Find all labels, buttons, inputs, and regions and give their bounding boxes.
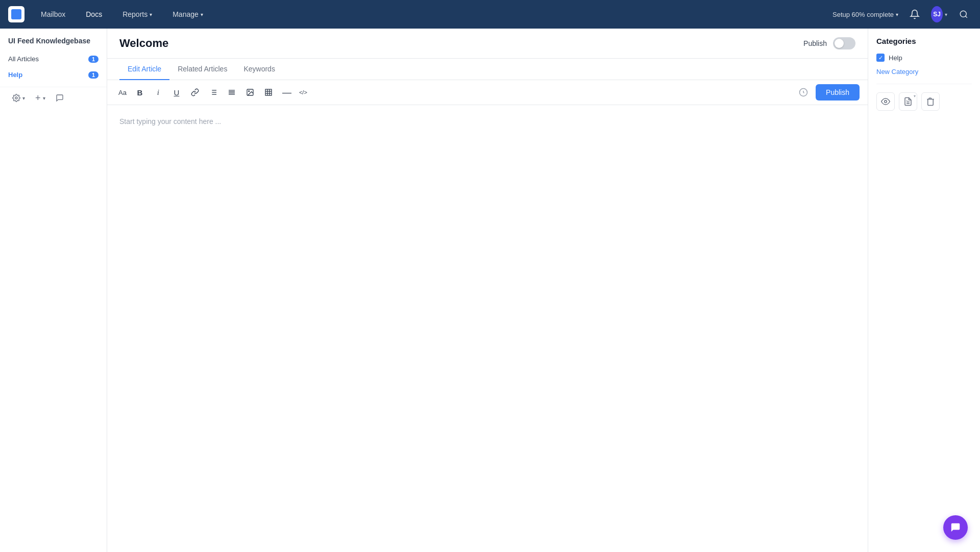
toolbar-italic-button[interactable]: i [150,84,166,101]
editor-toolbar: Aa B i U [107,80,868,105]
article-title: Welcome [119,37,168,50]
svg-point-1 [15,97,17,99]
toolbar-circle-check-button[interactable] [795,84,812,101]
account-button[interactable]: SJ ▾ [931,6,947,22]
toolbar-underline-button[interactable]: U [168,84,185,101]
export-dropdown-chevron: ▾ [914,94,916,98]
main-content: Welcome Publish Edit Article Related Art… [107,29,868,552]
tab-keywords[interactable]: Keywords [235,59,283,80]
left-sidebar: UI Feed Knowledgebase All Articles 1 Hel… [0,29,107,552]
tab-edit-article[interactable]: Edit Article [119,59,169,80]
chevron-down-icon: ▾ [896,12,898,17]
export-button[interactable]: ▾ [899,92,917,111]
help-badge: 1 [88,71,99,79]
editor-area[interactable]: Start typing your content here ... [107,105,868,552]
nav-docs[interactable]: Docs [82,8,106,20]
delete-button[interactable] [921,92,940,111]
tab-related-articles[interactable]: Related Articles [169,59,235,80]
right-sidebar-actions: ▾ [876,84,972,111]
svg-rect-14 [265,89,272,95]
setup-progress[interactable]: Setup 60% complete ▾ [832,11,898,18]
chevron-down-icon: ▾ [150,12,152,17]
avatar: SJ [931,6,943,22]
category-item-help[interactable]: ✓ Help [876,52,972,64]
sidebar-item-help[interactable]: Help 1 [0,67,107,83]
editor-placeholder: Start typing your content here ... [119,117,855,126]
svg-point-20 [885,101,887,103]
preview-button[interactable] [876,92,895,111]
right-sidebar: Categories ✓ Help New Category [868,29,980,552]
publish-button[interactable]: Publish [816,84,860,101]
tabs-row: Edit Article Related Articles Keywords [107,59,868,80]
search-button[interactable] [955,6,972,22]
toolbar-divider-button[interactable]: — [279,84,295,101]
app-logo[interactable] [8,6,24,22]
toolbar-link-button[interactable] [187,84,203,101]
sidebar-item-all-articles[interactable]: All Articles 1 [0,51,107,67]
nav-mailbox[interactable]: Mailbox [37,8,69,20]
new-article-dropdown-button[interactable]: + ▾ [31,91,50,105]
publish-label: Publish [803,39,827,47]
toolbar-image-button[interactable] [242,84,258,101]
categories-title: Categories [876,37,972,45]
comment-button[interactable] [52,92,68,104]
nav-reports[interactable]: Reports ▾ [118,8,156,20]
chevron-down-icon: ▾ [43,95,45,101]
article-header: Welcome Publish [107,29,868,59]
all-articles-badge: 1 [88,56,99,63]
top-nav: Mailbox Docs Reports ▾ Manage ▾ Setup 60… [0,0,980,29]
publish-toggle[interactable] [833,37,855,49]
svg-point-0 [960,11,966,17]
category-checkbox-help: ✓ [876,54,885,62]
app-body: UI Feed Knowledgebase All Articles 1 Hel… [0,29,980,552]
chat-button[interactable] [943,515,968,540]
toolbar-font-size-button[interactable]: Aa [115,84,130,101]
new-category-button[interactable]: New Category [876,68,972,76]
sidebar-actions: ▾ + ▾ [0,87,107,109]
toolbar-bold-button[interactable]: B [132,84,148,101]
chevron-down-icon: ▾ [201,12,203,17]
sidebar-knowledgebase-title: UI Feed Knowledgebase [0,37,107,51]
notifications-button[interactable] [906,6,923,22]
toolbar-align-button[interactable] [224,84,240,101]
chevron-down-icon: ▾ [22,95,25,101]
toolbar-code-button[interactable]: </> [297,84,309,101]
toolbar-table-button[interactable] [260,84,277,101]
publish-row: Publish [803,37,855,49]
settings-dropdown-button[interactable]: ▾ [8,92,29,104]
toolbar-list-button[interactable] [205,84,222,101]
chevron-down-icon: ▾ [945,12,947,17]
nav-right-section: Setup 60% complete ▾ SJ ▾ [832,6,972,22]
nav-manage[interactable]: Manage ▾ [168,8,207,20]
svg-point-13 [249,91,250,92]
